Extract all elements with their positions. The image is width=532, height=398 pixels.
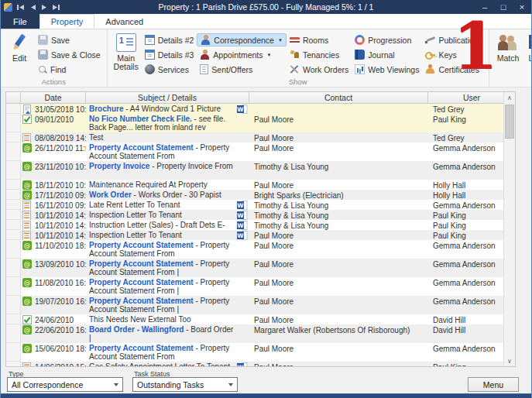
table-row[interactable]: @11/08/2010 16:33Property Account Statem… [6,277,503,296]
row-selector[interactable] [6,104,21,114]
letter-button[interactable]: Letter [523,32,532,63]
progression-button[interactable]: Progression [352,33,422,46]
table-row[interactable]: 10/11/2010 14:36Instruction Letter (Sale… [6,220,503,230]
row-selector[interactable] [6,180,21,190]
row-subject-link[interactable]: Property Account Statement [89,143,194,152]
web-viewings-button[interactable]: Web Viewings [352,63,422,76]
row-selector[interactable] [6,314,21,324]
find-button[interactable]: Find [35,63,104,76]
close-button[interactable]: × [513,0,531,14]
tenancies-button[interactable]: Tenancies [287,48,352,61]
table-row[interactable]: 31/05/2018 10:17Brochure - A4 Window Car… [6,104,503,114]
table-row[interactable]: 09/01/2010No Fico Number Check File. - s… [6,114,503,132]
minimize-button[interactable]: – [475,0,494,14]
row-subject-link[interactable]: Property Account Statement [89,259,194,268]
main-details-button[interactable]: Main Details [111,32,142,71]
sent-offers-button[interactable]: Sent/Offers [197,63,287,76]
scrollbar-thumb[interactable] [505,105,514,139]
table-row[interactable]: @15/06/2010 18:10Property Account Statem… [6,343,503,362]
chevron-down-icon [114,383,118,386]
tab-file[interactable]: File [1,14,39,29]
row-subject-link[interactable]: Work Order [89,190,132,199]
details2-button[interactable]: Details #2 [142,33,197,46]
row-selector[interactable] [6,362,21,366]
table-row[interactable]: 10/11/2010 14:36Inspection Letter To Ten… [6,210,503,220]
nav-last-button[interactable] [52,4,60,11]
row-selector[interactable] [6,230,21,240]
save-button[interactable]: Save [35,33,104,46]
type-filter-dropdown[interactable]: All Correspondence [7,377,123,392]
row-user: David Hill [428,314,503,324]
column-header-contact[interactable]: Contact [249,92,428,103]
table-row[interactable]: @13/09/2010 10:46Property Account Statem… [6,259,503,277]
svg-text:@: @ [24,144,31,152]
table-row[interactable]: 16/11/2010 09:33Late Rent Letter To Tena… [6,200,503,210]
scroll-down-icon[interactable]: ∨ [504,355,515,366]
task-status-filter-dropdown[interactable]: Outstanding Tasks [132,377,238,392]
scroll-up-icon[interactable]: ∧ [504,92,515,103]
column-header-date[interactable]: Date [21,92,86,103]
table-row[interactable]: @22/06/2010 16:22Board Order - Wallingfo… [6,324,503,343]
svg-text:W: W [237,106,244,113]
edit-button[interactable]: Edit [4,32,35,63]
row-selector[interactable] [6,200,21,210]
row-selector[interactable] [6,240,21,259]
key-icon [425,50,435,60]
keys-button[interactable]: Keys [422,48,486,61]
table-row[interactable]: @23/11/2010 10:41Property Invoice - Prop… [6,161,503,180]
table-row[interactable]: @18/11/2010 10:48Maintenance Required At… [6,180,503,190]
menu-button[interactable]: Menu [468,377,519,392]
row-subject-link[interactable]: Property Invoice [89,162,149,170]
row-subject-link[interactable]: Property Account Statement [89,241,194,249]
row-subject-link[interactable]: Property Account Statement [89,278,194,286]
nav-next-button[interactable] [41,4,47,11]
maximize-button[interactable]: □ [494,0,513,14]
row-subject-text: Instruction Letter (Sales) - Draft Dets … [89,221,225,230]
table-row[interactable]: 08/08/2019 14:22TestPaul MooreTed Grey [6,132,503,142]
table-row[interactable]: @17/11/2010 09:38Work Order - Works Orde… [6,190,503,200]
publications-button[interactable]: Publications [422,33,486,46]
row-subject-link[interactable]: Board Order - Wallingford [89,325,184,334]
row-selector[interactable] [6,296,21,314]
tab-advanced[interactable]: Advanced [94,14,154,29]
row-selector[interactable] [6,142,21,161]
services-button[interactable]: Services [142,63,197,76]
vertical-scrollbar[interactable]: ∧ ∨ [503,92,515,366]
table-row[interactable]: @11/10/2010 18:08Property Account Statem… [6,240,503,259]
nav-first-button[interactable] [17,4,26,11]
svg-text:@: @ [24,181,31,189]
details3-button[interactable]: Details #3 [142,48,197,61]
row-selector[interactable] [6,220,21,230]
rooms-button[interactable]: Rooms [287,33,352,46]
row-selector[interactable] [6,259,21,277]
correspondence-button[interactable]: Correspondence▼ [197,33,287,46]
table-row[interactable]: 14/06/2010 15:06Gas Safety Appointment L… [6,362,503,366]
row-subject-link[interactable]: Brochure [89,105,123,113]
row-selector[interactable] [6,132,21,142]
row-subject-link[interactable]: No Fico Number Check File. [89,115,192,123]
column-header-subject[interactable]: Subject / Details [86,92,249,103]
row-selector[interactable] [6,114,21,132]
certificate-icon [425,64,435,74]
match-button[interactable]: Match [493,32,523,63]
table-row[interactable]: @19/07/2010 16:45Property Account Statem… [6,296,503,314]
row-subject-link[interactable]: Property Account Statement [89,297,194,305]
row-selector[interactable] [6,210,21,220]
nav-previous-button[interactable] [30,4,36,11]
work-orders-button[interactable]: Work Orders [287,63,352,76]
table-row[interactable]: 10/11/2010 14:35Inspection Letter To Ten… [6,230,503,240]
row-selector[interactable] [6,343,21,362]
appointments-button[interactable]: Appointments▼ [197,48,287,61]
certificates-button[interactable]: Certificates [422,63,486,76]
row-selector[interactable] [6,190,21,200]
table-row[interactable]: @26/11/2010 11:02Property Account Statem… [6,142,503,161]
table-row[interactable]: 24/06/2010This Needs New External TooPau… [6,314,503,324]
journal-button[interactable]: Journal [352,48,422,61]
save-and-close-button[interactable]: Save & Close [35,48,104,61]
row-selector[interactable] [6,277,21,296]
row-selector[interactable] [6,324,21,343]
row-subject-link[interactable]: Property Account Statement [89,344,194,352]
column-header-user[interactable]: User [428,92,515,103]
row-selector[interactable] [6,161,21,180]
tab-property[interactable]: Property [39,14,95,29]
